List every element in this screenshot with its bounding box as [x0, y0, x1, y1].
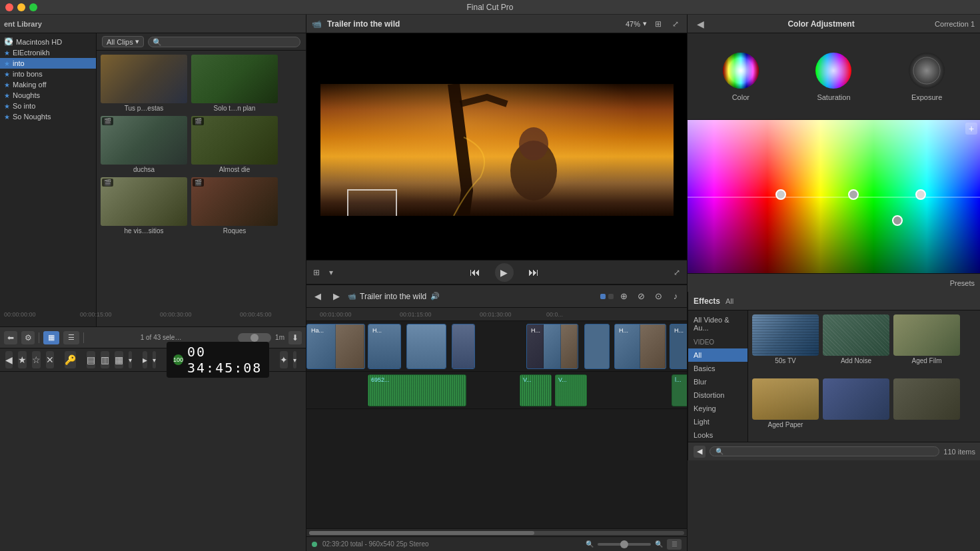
- overwrite-button[interactable]: ▦: [115, 351, 123, 368]
- thumbnail-tus-p[interactable]: Tus p…estas: [101, 55, 187, 112]
- clip-h1[interactable]: H...: [368, 324, 401, 369]
- maximize-button[interactable]: [29, 3, 37, 11]
- effect-50s-tv[interactable]: 50s TV: [752, 314, 819, 374]
- scrub-knob[interactable]: [238, 333, 271, 342]
- gradient-handle-1[interactable]: [775, 189, 786, 200]
- thumbnail-solo-t[interactable]: Solo t…n plan: [191, 55, 278, 112]
- clip-ha[interactable]: Ha...: [306, 324, 365, 369]
- clip-appearance-button[interactable]: ☰: [667, 539, 682, 550]
- transform-button[interactable]: ⊞: [652, 18, 664, 30]
- effect-cat-blur[interactable]: Blur: [688, 375, 747, 388]
- grid-view-button[interactable]: ▦: [43, 331, 59, 344]
- sidebar-item-into[interactable]: ★ into: [0, 58, 96, 69]
- clip-h4[interactable]: H...: [526, 324, 578, 369]
- effect-more-1[interactable]: [823, 378, 889, 438]
- presets-button[interactable]: Presets: [950, 279, 975, 287]
- scroll-thumb[interactable]: [309, 531, 534, 535]
- import-button[interactable]: ⬇: [288, 331, 302, 344]
- exposure-tool[interactable]: Exposure: [908, 52, 945, 101]
- fullscreen-icon[interactable]: ⤢: [671, 267, 683, 278]
- all-clips-dropdown[interactable]: All Clips ▾: [102, 36, 144, 47]
- color-wheel-tool[interactable]: Color: [722, 52, 759, 101]
- color-gradient-panel[interactable]: +: [688, 120, 980, 273]
- skimming-button[interactable]: ⊘: [634, 289, 648, 304]
- clip-h7[interactable]: H...: [670, 324, 687, 369]
- clip-badge: 🎬: [193, 117, 204, 125]
- timeline-controls: ◀ ▶ 📹 Trailer into the wild 🔊: [310, 289, 440, 304]
- close-button[interactable]: [5, 3, 13, 11]
- effect-cat-all-video-audio[interactable]: All Video & Au...: [688, 313, 747, 334]
- effect-cat-basics[interactable]: Basics: [688, 362, 747, 375]
- gradient-handle-3[interactable]: [915, 189, 926, 200]
- effects-search-input[interactable]: [710, 446, 939, 456]
- audio-clip-l[interactable]: l...: [672, 374, 687, 406]
- timeline-back-button[interactable]: ◀: [310, 289, 325, 304]
- favorite-button[interactable]: ★: [18, 351, 27, 368]
- insert-button[interactable]: ▥: [101, 351, 109, 368]
- effect-cat-keying[interactable]: Keying: [688, 402, 747, 415]
- gradient-handle-4[interactable]: [892, 215, 903, 226]
- zoom-control[interactable]: 47% ▾: [626, 19, 647, 28]
- sidebar-item-noughts[interactable]: ★ Noughts: [0, 90, 96, 101]
- effect-aged-film[interactable]: Aged Film: [893, 314, 960, 374]
- sidebar-item-so-noughts[interactable]: ★ So Noughts: [0, 111, 96, 122]
- append-button[interactable]: ▤: [87, 351, 95, 368]
- saturation-wheel-tool[interactable]: Saturation: [815, 52, 852, 101]
- minimize-button[interactable]: [17, 3, 25, 11]
- wand-dropdown[interactable]: ▾: [293, 351, 296, 368]
- magic-wand-button[interactable]: ✦: [280, 351, 288, 368]
- sidebar-item-macintosh-hd[interactable]: 💽 Macintosh HD: [0, 36, 96, 47]
- mute-button[interactable]: ♪: [668, 289, 683, 304]
- clip-h3[interactable]: [452, 324, 475, 369]
- audio-clip-v2[interactable]: V...: [555, 374, 587, 406]
- thumbnail-duchsa[interactable]: 🎬 duchsa: [101, 116, 187, 173]
- sidebar-item-eletronikh[interactable]: ★ ElEctronikh: [0, 47, 96, 58]
- thumbnail-almost-die[interactable]: 🎬 Almost die: [191, 116, 278, 173]
- timeline-play-button[interactable]: ▶: [329, 289, 344, 304]
- transform-icon[interactable]: ⊞: [310, 267, 322, 278]
- inspector-back-button[interactable]: ◀: [693, 17, 708, 31]
- transform-dropdown[interactable]: ▾: [325, 267, 337, 278]
- list-view-button[interactable]: ☰: [63, 331, 79, 344]
- zoom-in-icon[interactable]: 🔍: [655, 540, 663, 548]
- solo-button[interactable]: ⊙: [651, 289, 666, 304]
- clip-h5[interactable]: [584, 324, 610, 369]
- undo-button[interactable]: ◀: [5, 351, 13, 368]
- effect-add-noise[interactable]: Add Noise: [823, 314, 889, 374]
- tool-dropdown[interactable]: ▾: [153, 351, 156, 368]
- thumbnail-roques[interactable]: 🎬 Roques: [191, 177, 278, 235]
- snap-button[interactable]: ⊕: [616, 289, 631, 304]
- thumbnail-he-vis[interactable]: 🎬 he vis…sitios: [101, 177, 187, 235]
- keyword-button[interactable]: 🔑: [65, 351, 76, 368]
- zoom-out-icon[interactable]: 🔍: [586, 540, 594, 548]
- audio-clip-6952[interactable]: 6952...: [368, 374, 466, 406]
- effect-cat-light[interactable]: Light: [688, 415, 747, 428]
- clip-h2[interactable]: [406, 324, 446, 369]
- library-gear-button[interactable]: ⚙: [21, 331, 35, 344]
- library-settings-button[interactable]: ⬅: [4, 331, 17, 344]
- effect-cat-all[interactable]: All: [688, 348, 747, 362]
- sidebar-item-into-bons[interactable]: ★ into bons: [0, 69, 96, 79]
- effect-aged-paper[interactable]: Aged Paper: [752, 378, 819, 438]
- more-edits-button[interactable]: ▾: [129, 351, 132, 368]
- add-color-button[interactable]: +: [965, 123, 977, 135]
- audio-clip-v1[interactable]: V...: [520, 374, 552, 406]
- timeline-scrollbar[interactable]: [306, 528, 687, 536]
- unfavorite-button[interactable]: ☆: [32, 351, 41, 368]
- go-to-end-button[interactable]: ⏭: [524, 263, 543, 282]
- effect-cat-distortion[interactable]: Distortion: [688, 388, 747, 402]
- sidebar-item-making-off[interactable]: ★ Making off: [0, 79, 96, 90]
- sidebar-toggle-button[interactable]: ◀: [694, 446, 706, 458]
- gradient-handle-2[interactable]: [848, 189, 859, 200]
- effect-more-2[interactable]: [893, 378, 960, 438]
- zoom-slider[interactable]: [598, 543, 651, 546]
- effect-cat-looks[interactable]: Looks: [688, 428, 747, 442]
- reject-button[interactable]: ✕: [46, 351, 54, 368]
- go-to-start-button[interactable]: ⏮: [466, 263, 484, 282]
- clip-h6[interactable]: H...: [614, 324, 666, 369]
- search-input[interactable]: [148, 37, 300, 47]
- select-tool[interactable]: ▸: [143, 351, 147, 368]
- play-button[interactable]: ▶: [495, 263, 514, 282]
- sidebar-item-so-into[interactable]: ★ So into: [0, 101, 96, 111]
- fullscreen-button[interactable]: ⤢: [670, 18, 682, 30]
